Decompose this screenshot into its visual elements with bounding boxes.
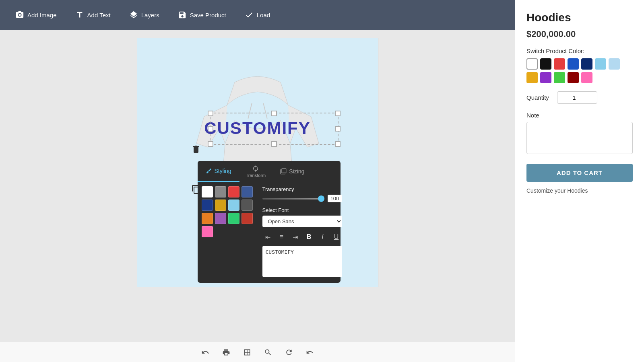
grid-button[interactable]: [241, 346, 254, 359]
bold-button[interactable]: B: [303, 231, 315, 243]
right-panel: Hoodies $200,000.00 Switch Product Color…: [515, 0, 644, 362]
transparency-label: Transparency: [262, 186, 342, 192]
transparency-slider[interactable]: [262, 198, 324, 200]
text-content-input[interactable]: CUSTOMIFY: [262, 246, 342, 277]
product-price: $200,000.00: [526, 29, 633, 39]
swatch-gray[interactable]: [215, 186, 226, 197]
italic-button[interactable]: I: [317, 231, 328, 243]
handle-bottom-left[interactable]: [208, 141, 213, 147]
redo-icon: [306, 348, 314, 356]
zoom-icon: [264, 348, 272, 356]
undo-icon: [201, 348, 209, 356]
quantity-row: Quantity: [526, 91, 633, 104]
refresh-button[interactable]: [283, 346, 295, 359]
note-input[interactable]: [526, 122, 633, 154]
swatch-pink[interactable]: [202, 226, 213, 237]
transparency-row: 100: [262, 195, 342, 202]
sizing-icon: [280, 168, 287, 175]
design-canvas[interactable]: CUSTOMIFY: [137, 38, 378, 287]
selection-box: [210, 113, 339, 145]
note-label: Note: [526, 112, 633, 119]
text-format-row: ⇤ ≡ ⇥ B I U: [262, 231, 342, 243]
zoom-button[interactable]: [262, 346, 275, 359]
swatch-orange[interactable]: [202, 213, 213, 224]
handle-left-mid[interactable]: [208, 126, 213, 132]
handle-bottom-mid[interactable]: [271, 141, 277, 147]
layers-button[interactable]: Layers: [122, 7, 167, 23]
load-icon: [245, 10, 254, 19]
redo-button[interactable]: [303, 346, 316, 359]
color-red[interactable]: [554, 58, 565, 70]
swatch-red[interactable]: [228, 186, 239, 197]
align-left-button[interactable]: ⇤: [262, 231, 274, 243]
tab-styling[interactable]: Styling: [198, 161, 239, 182]
swatch-fb-blue[interactable]: [242, 186, 253, 197]
color-switch-label: Switch Product Color:: [526, 47, 633, 54]
panel-tabs: Styling Transform Sizing: [198, 161, 341, 182]
save-product-button[interactable]: Save Product: [171, 7, 233, 23]
paint-icon: [206, 168, 212, 174]
delete-icon-button[interactable]: [190, 143, 202, 156]
color-white[interactable]: [526, 58, 538, 70]
color-swatches-container: [198, 182, 258, 283]
customize-text: Customize your Hoodies: [526, 187, 633, 194]
swatch-dark-blue[interactable]: [202, 200, 213, 211]
handle-top-right[interactable]: [335, 111, 341, 116]
underline-button[interactable]: U: [331, 231, 342, 243]
canvas-container: CUSTOMIFY: [0, 30, 515, 342]
add-to-cart-button[interactable]: ADD TO CART: [526, 164, 633, 182]
color-light-blue[interactable]: [595, 58, 606, 70]
font-select[interactable]: Open Sans Arial Georgia Times New Roman …: [262, 216, 342, 227]
layers-icon: [129, 10, 138, 19]
panel-body: Transparency 100 Select Font Open Sans A…: [198, 182, 341, 283]
styling-panel: Styling Transform Sizing: [198, 161, 341, 283]
transform-icon: [252, 165, 259, 172]
swatch-white[interactable]: [202, 186, 213, 197]
print-button[interactable]: [220, 346, 233, 359]
color-blue[interactable]: [568, 58, 579, 70]
swatch-dark-red[interactable]: [242, 213, 253, 224]
camera-icon: [15, 10, 24, 19]
align-right-button[interactable]: ⇥: [290, 231, 301, 243]
panel-right-content: Transparency 100 Select Font Open Sans A…: [258, 182, 347, 283]
product-title: Hoodies: [526, 11, 633, 24]
transparency-value: 100: [328, 195, 342, 202]
add-image-button[interactable]: Add Image: [8, 7, 64, 23]
refresh-icon: [285, 348, 293, 356]
swatch-sky-blue[interactable]: [228, 200, 239, 211]
color-dark-red[interactable]: [568, 72, 579, 83]
tab-transform[interactable]: Transform: [239, 161, 272, 182]
color-sky-blue[interactable]: [609, 58, 620, 70]
save-icon: [178, 10, 187, 19]
toolbar: Add Image Add Text Layers Save Product: [0, 0, 515, 30]
tab-sizing[interactable]: Sizing: [272, 161, 312, 182]
swatch-yellow[interactable]: [215, 200, 226, 211]
quantity-input[interactable]: [557, 91, 597, 104]
color-options: [526, 58, 633, 83]
color-pink[interactable]: [581, 72, 592, 83]
handle-bottom-right[interactable]: [335, 141, 341, 147]
print-icon: [222, 348, 230, 356]
font-select-row: Open Sans Arial Georgia Times New Roman …: [262, 216, 342, 227]
color-purple[interactable]: [540, 72, 551, 83]
color-dark-blue[interactable]: [581, 58, 592, 70]
select-font-label: Select Font: [262, 207, 342, 213]
add-text-button[interactable]: Add Text: [68, 7, 118, 23]
text-icon: [75, 10, 84, 19]
align-center-button[interactable]: ≡: [276, 231, 287, 243]
swatch-dark-gray[interactable]: [242, 200, 253, 211]
color-black[interactable]: [540, 58, 551, 70]
load-button[interactable]: Load: [237, 7, 277, 23]
handle-top-mid[interactable]: [271, 111, 277, 116]
swatch-green[interactable]: [228, 213, 239, 224]
undo-button[interactable]: [199, 346, 212, 359]
handle-right-mid[interactable]: [335, 126, 341, 132]
bottom-toolbar: [0, 342, 515, 362]
quantity-label: Quantity: [526, 94, 549, 101]
handle-top-left[interactable]: [208, 111, 213, 116]
color-yellow[interactable]: [526, 72, 538, 83]
grid-icon: [243, 348, 251, 356]
color-green[interactable]: [554, 72, 565, 83]
swatch-purple[interactable]: [215, 213, 226, 224]
